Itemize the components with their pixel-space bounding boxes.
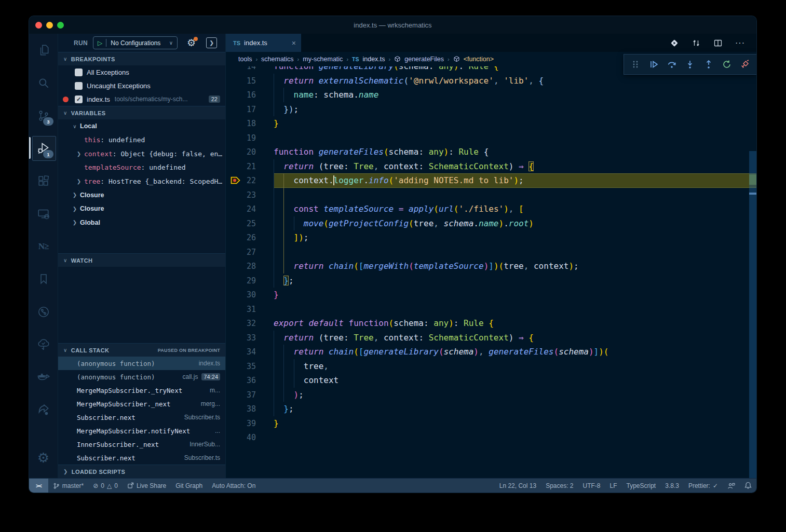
line-content[interactable]: [274, 245, 756, 260]
line-content[interactable]: [274, 131, 756, 145]
breadcrumb-schematics[interactable]: schematics: [261, 56, 294, 63]
loaded-scripts-header[interactable]: ❯ LOADED SCRIPTS: [58, 465, 225, 478]
code-line[interactable]: 21 return (tree: Tree, context: Schemati…: [226, 159, 756, 174]
variable-row[interactable]: this: undefined: [58, 133, 225, 147]
call-stack-frame[interactable]: (anonymous function)index.ts: [58, 357, 225, 370]
line-content[interactable]: export default function(schema: any): Ru…: [274, 316, 756, 331]
scrollbar-slider[interactable]: [749, 151, 756, 478]
call-stack-frame[interactable]: Subscriber.nextSubscriber.ts: [58, 411, 225, 424]
call-stack-frame[interactable]: MergeMapSubscriber._tryNextm...: [58, 384, 225, 397]
call-stack-frame[interactable]: Subscriber.nextSubscriber.ts: [58, 451, 225, 465]
breakpoint-row[interactable]: ✓index.tstools/schematics/my-sch...22: [58, 92, 225, 106]
breadcrumb-file[interactable]: index.ts: [362, 56, 385, 63]
code-line[interactable]: 24 const templateSource = apply(url('./f…: [226, 202, 756, 216]
feedback-button[interactable]: [723, 479, 740, 493]
code-line[interactable]: 39}: [226, 416, 756, 431]
call-stack-frame[interactable]: MergeMapSubscriber._nextmerg...: [58, 397, 225, 411]
line-content[interactable]: });: [274, 102, 756, 117]
auto-attach-status[interactable]: Auto Attach: On: [207, 479, 260, 493]
activity-settings[interactable]: ⚙: [29, 441, 58, 474]
breakpoints-header[interactable]: ∨ BREAKPOINTS: [58, 52, 225, 65]
activity-live-share[interactable]: [29, 393, 58, 426]
code-line[interactable]: 32export default function(schema: any): …: [226, 316, 756, 331]
gutter[interactable]: 22: [226, 173, 274, 188]
gutter[interactable]: 14: [226, 66, 274, 74]
open-changes-icon[interactable]: [670, 38, 679, 48]
tab-index-ts[interactable]: TS index.ts ×: [226, 34, 301, 52]
indentation-status[interactable]: Spaces: 2: [541, 479, 578, 493]
breakpoint-checkbox[interactable]: [75, 69, 83, 76]
line-content[interactable]: tree,: [274, 359, 756, 374]
gutter[interactable]: 35: [226, 359, 274, 374]
line-content[interactable]: context: [274, 373, 756, 388]
line-content[interactable]: const templateSource = apply(url('./file…: [274, 202, 756, 216]
disconnect-button[interactable]: [737, 57, 753, 72]
activity-test-explorer[interactable]: [29, 328, 58, 361]
breakpoint-checkbox[interactable]: [75, 82, 83, 90]
activity-gitlens[interactable]: [29, 295, 58, 328]
gutter[interactable]: 36: [226, 373, 274, 388]
call-stack-frame[interactable]: (anonymous function)call.js74:24: [58, 370, 225, 384]
gutter[interactable]: 39: [226, 416, 274, 431]
line-content[interactable]: }: [274, 116, 756, 131]
code-line[interactable]: 27: [226, 245, 756, 260]
language-status[interactable]: TypeScript: [622, 479, 661, 493]
call-stack-frame[interactable]: MergeMapSubscriber.notifyNext...: [58, 424, 225, 438]
gutter[interactable]: 18: [226, 116, 274, 131]
code-line[interactable]: 25 move(getProjectConfig(tree, schema.na…: [226, 216, 756, 231]
step-out-button[interactable]: [701, 57, 716, 72]
toolbar-drag-grip[interactable]: [628, 57, 643, 72]
code-line[interactable]: 26 ]);: [226, 230, 756, 245]
gutter[interactable]: 16: [226, 88, 274, 102]
gutter[interactable]: 32: [226, 316, 274, 331]
gutter[interactable]: 20: [226, 145, 274, 159]
line-content[interactable]: [274, 302, 756, 317]
code-line[interactable]: 19: [226, 131, 756, 145]
line-content[interactable]: return chain([generateLibrary(schema), g…: [274, 345, 756, 359]
line-content[interactable]: };: [274, 274, 756, 288]
breadcrumb-function[interactable]: <function>: [464, 56, 494, 63]
prettier-status[interactable]: Prettier: ✓: [684, 479, 723, 493]
continue-button[interactable]: [646, 57, 661, 72]
gutter[interactable]: 15: [226, 74, 274, 88]
breakpoint-paused-icon[interactable]: [231, 176, 240, 185]
code-line[interactable]: 18}: [226, 116, 756, 131]
variables-header[interactable]: ∨ VARIABLES: [58, 106, 225, 119]
code-line[interactable]: 17 });: [226, 102, 756, 117]
debug-settings-button[interactable]: ⚙: [187, 38, 196, 48]
variable-scope-row[interactable]: ∨Local: [58, 119, 225, 133]
gutter[interactable]: 27: [226, 245, 274, 260]
gutter[interactable]: 34: [226, 345, 274, 359]
gutter[interactable]: 25: [226, 216, 274, 231]
git-branch-status[interactable]: master*: [48, 479, 88, 493]
activity-extensions[interactable]: [29, 165, 58, 197]
activity-source-control[interactable]: 3: [29, 99, 58, 132]
compare-changes-icon[interactable]: [692, 38, 701, 48]
code-line[interactable]: 33 return (tree: Tree, context: Schemati…: [226, 331, 756, 345]
line-content[interactable]: [274, 430, 756, 445]
line-content[interactable]: ]);: [274, 230, 756, 245]
activity-explorer[interactable]: [29, 34, 58, 66]
line-content[interactable]: function generateFiles(schema: any): Rul…: [274, 145, 756, 159]
gutter[interactable]: 19: [226, 131, 274, 145]
code-line[interactable]: 34 return chain([generateLibrary(schema)…: [226, 345, 756, 359]
variable-row[interactable]: templateSource: undefined: [58, 161, 225, 175]
watch-header[interactable]: ∨ WATCH: [58, 253, 225, 267]
gutter[interactable]: 21: [226, 159, 274, 174]
code-line[interactable]: 29 };: [226, 274, 756, 288]
code-line[interactable]: 16 name: schema.name: [226, 88, 756, 102]
breadcrumb-symbol[interactable]: generateFiles: [404, 56, 444, 63]
line-content[interactable]: }: [274, 416, 756, 431]
code-line[interactable]: 28 return chain([mergeWith(templateSourc…: [226, 259, 756, 274]
gutter[interactable]: 37: [226, 388, 274, 402]
call-stack-frame[interactable]: InnerSubscriber._nextInnerSub...: [58, 438, 225, 451]
line-content[interactable]: return externalSchematic('@nrwl/workspac…: [274, 74, 756, 88]
eol-status[interactable]: LF: [605, 479, 622, 493]
code-line[interactable]: 37 );: [226, 388, 756, 402]
encoding-status[interactable]: UTF-8: [578, 479, 605, 493]
step-over-button[interactable]: [664, 57, 680, 72]
code-line[interactable]: 35 tree,: [226, 359, 756, 374]
activity-docker[interactable]: [29, 361, 58, 393]
variable-row[interactable]: ❯context: Object {debug: false, en…: [58, 147, 225, 161]
more-actions-icon[interactable]: ···: [735, 38, 745, 48]
